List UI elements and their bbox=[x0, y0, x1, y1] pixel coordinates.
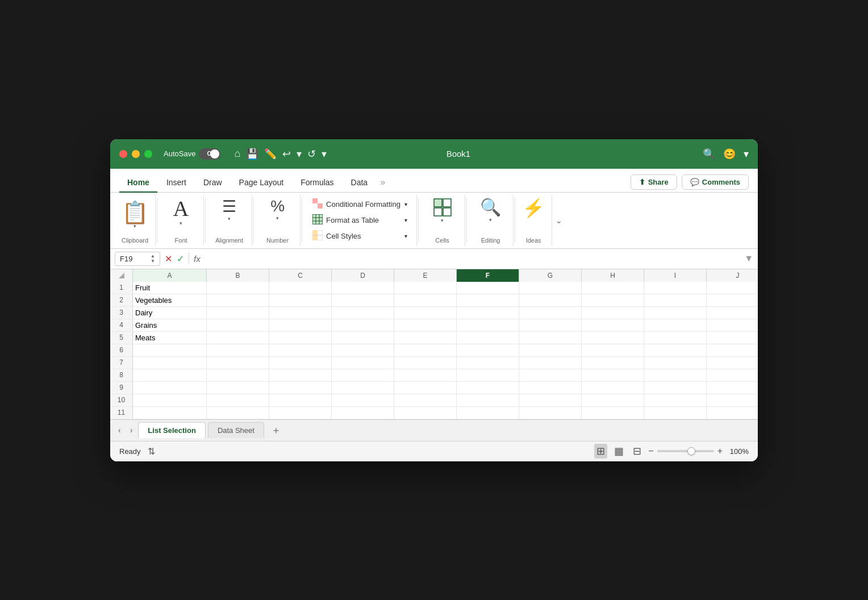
cell-j4[interactable] bbox=[707, 319, 758, 332]
cell-i9[interactable] bbox=[644, 382, 707, 394]
cell-f2[interactable] bbox=[457, 294, 519, 307]
maximize-button[interactable] bbox=[144, 150, 152, 158]
cell-d7[interactable] bbox=[332, 357, 394, 369]
cell-e3[interactable] bbox=[394, 307, 457, 319]
ribbon-expand-btn[interactable]: ⌄ bbox=[552, 195, 565, 246]
alignment-icon[interactable]: ☰ bbox=[222, 197, 236, 216]
cell-b6[interactable] bbox=[207, 344, 269, 357]
cell-c10[interactable] bbox=[269, 394, 332, 407]
accessibility-icon[interactable]: ⇅ bbox=[148, 446, 155, 457]
cell-i11[interactable] bbox=[644, 407, 707, 419]
conditional-formatting-btn[interactable]: Conditional Formatting ▾ bbox=[310, 197, 410, 212]
cell-c4[interactable] bbox=[269, 319, 332, 332]
cell-c6[interactable] bbox=[269, 344, 332, 357]
col-header-g[interactable]: G bbox=[519, 269, 582, 282]
cell-a11[interactable] bbox=[133, 407, 207, 419]
cell-f10[interactable] bbox=[457, 394, 519, 407]
confirm-formula-btn[interactable]: ✓ bbox=[177, 253, 184, 264]
cell-i2[interactable] bbox=[644, 294, 707, 307]
cell-g3[interactable] bbox=[519, 307, 582, 319]
cell-j9[interactable] bbox=[707, 382, 758, 394]
row-num-4[interactable]: 4 bbox=[110, 319, 133, 331]
cell-b3[interactable] bbox=[207, 307, 269, 319]
cell-d1[interactable] bbox=[332, 282, 394, 294]
cell-f3[interactable] bbox=[457, 307, 519, 319]
zoom-in-btn[interactable]: + bbox=[717, 446, 723, 456]
tab-data[interactable]: Data bbox=[343, 173, 376, 193]
zoom-slider[interactable] bbox=[657, 450, 714, 452]
cell-g6[interactable] bbox=[519, 344, 582, 357]
row-num-10[interactable]: 10 bbox=[110, 394, 133, 406]
col-header-d[interactable]: D bbox=[332, 269, 394, 282]
cell-a6[interactable] bbox=[133, 344, 207, 357]
save-icon[interactable]: 💾 bbox=[246, 148, 258, 160]
cell-h7[interactable] bbox=[582, 357, 644, 369]
name-box[interactable]: F19 ▲ ▼ bbox=[115, 252, 160, 266]
cell-a1[interactable]: Fruit bbox=[133, 282, 207, 294]
cell-e5[interactable] bbox=[394, 332, 457, 344]
row-num-5[interactable]: 5 bbox=[110, 332, 133, 344]
tab-page-layout[interactable]: Page Layout bbox=[231, 173, 292, 193]
cell-j7[interactable] bbox=[707, 357, 758, 369]
cell-a5[interactable]: Meats bbox=[133, 332, 207, 344]
cell-c7[interactable] bbox=[269, 357, 332, 369]
row-num-6[interactable]: 6 bbox=[110, 344, 133, 356]
cell-h10[interactable] bbox=[582, 394, 644, 407]
share-button[interactable]: ⬆ Share bbox=[631, 174, 677, 190]
cell-d2[interactable] bbox=[332, 294, 394, 307]
col-header-b[interactable]: B bbox=[207, 269, 269, 282]
cell-f6[interactable] bbox=[457, 344, 519, 357]
tab-home[interactable]: Home bbox=[119, 173, 157, 193]
cell-i7[interactable] bbox=[644, 357, 707, 369]
tabs-more-icon[interactable]: » bbox=[377, 173, 389, 192]
cell-f4[interactable] bbox=[457, 319, 519, 332]
editing-dropdown-icon[interactable]: ▾ bbox=[489, 217, 492, 223]
cell-i4[interactable] bbox=[644, 319, 707, 332]
col-header-a[interactable]: A bbox=[133, 269, 207, 282]
cell-a10[interactable] bbox=[133, 394, 207, 407]
cell-c3[interactable] bbox=[269, 307, 332, 319]
tab-formulas[interactable]: Formulas bbox=[293, 173, 341, 193]
cell-a8[interactable] bbox=[133, 369, 207, 382]
cell-a9[interactable] bbox=[133, 382, 207, 394]
align-dropdown-icon[interactable]: ▾ bbox=[228, 216, 231, 222]
tab-next-btn[interactable]: › bbox=[127, 423, 136, 437]
cell-g1[interactable] bbox=[519, 282, 582, 294]
clipboard-main-btn[interactable]: 📋 ▾ bbox=[122, 202, 148, 229]
add-sheet-btn[interactable]: ＋ bbox=[266, 421, 286, 439]
cell-a2[interactable]: Vegetables bbox=[133, 294, 207, 307]
tab-prev-btn[interactable]: ‹ bbox=[115, 423, 124, 437]
tab-insert[interactable]: Insert bbox=[158, 173, 194, 193]
col-header-j[interactable]: J bbox=[707, 269, 758, 282]
row-num-2[interactable]: 2 bbox=[110, 294, 133, 306]
cell-e8[interactable] bbox=[394, 369, 457, 382]
cell-h6[interactable] bbox=[582, 344, 644, 357]
cell-i10[interactable] bbox=[644, 394, 707, 407]
cell-h2[interactable] bbox=[582, 294, 644, 307]
sheet-tab-list-selection[interactable]: List Selection bbox=[138, 422, 206, 438]
redo-icon[interactable]: ↺ bbox=[307, 148, 316, 160]
cell-d8[interactable] bbox=[332, 369, 394, 382]
font-icon[interactable]: A bbox=[173, 197, 189, 221]
cell-e1[interactable] bbox=[394, 282, 457, 294]
normal-view-btn[interactable]: ⊞ bbox=[594, 444, 607, 459]
cell-d10[interactable] bbox=[332, 394, 394, 407]
cell-h5[interactable] bbox=[582, 332, 644, 344]
cell-f7[interactable] bbox=[457, 357, 519, 369]
tab-draw[interactable]: Draw bbox=[195, 173, 230, 193]
formula-expand-btn[interactable]: ▼ bbox=[744, 253, 753, 264]
cell-d3[interactable] bbox=[332, 307, 394, 319]
edit-icon[interactable]: ✏️ bbox=[264, 148, 277, 160]
cell-d4[interactable] bbox=[332, 319, 394, 332]
cell-j8[interactable] bbox=[707, 369, 758, 382]
cell-i1[interactable] bbox=[644, 282, 707, 294]
cell-d11[interactable] bbox=[332, 407, 394, 419]
cells-dropdown-icon[interactable]: ▾ bbox=[441, 218, 444, 223]
cells-icon[interactable] bbox=[432, 197, 453, 218]
close-button[interactable] bbox=[119, 150, 127, 158]
cell-f5[interactable] bbox=[457, 332, 519, 344]
row-num-3[interactable]: 3 bbox=[110, 307, 133, 319]
page-break-view-btn[interactable]: ⊟ bbox=[631, 444, 644, 459]
cell-f11[interactable] bbox=[457, 407, 519, 419]
col-header-e[interactable]: E bbox=[394, 269, 457, 282]
